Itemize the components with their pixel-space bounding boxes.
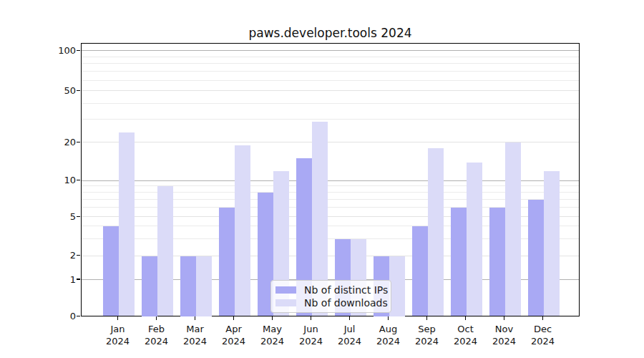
y-tick-label-20: 20 xyxy=(26,137,76,147)
gridline-y-30 xyxy=(82,119,579,120)
y-tick-10 xyxy=(77,180,80,181)
bar-distinct-ips-feb xyxy=(142,256,157,316)
bar-downloads-apr xyxy=(235,145,250,316)
y-tick-label-10: 10 xyxy=(26,175,76,185)
chart-title: paws.developer.tools 2024 xyxy=(81,26,580,40)
y-tick-1 xyxy=(77,279,80,280)
gridline-y-80 xyxy=(82,63,579,64)
y-tick-label-100: 100 xyxy=(26,46,76,55)
y-tick-label-50: 50 xyxy=(26,86,76,95)
y-tick-label-2: 2 xyxy=(26,251,76,260)
x-tick-label-dec: Dec 2024 xyxy=(520,323,566,347)
bar-downloads-jan xyxy=(119,132,135,316)
gridline-y-40 xyxy=(82,103,579,104)
figure: paws.developer.tools 2024 0125102050100J… xyxy=(0,0,644,358)
bar-distinct-ips-nov xyxy=(489,208,505,316)
x-tick-jul xyxy=(349,316,351,320)
y-tick-50 xyxy=(77,90,80,92)
x-tick-mar xyxy=(195,316,196,320)
gridline-y-50 xyxy=(82,90,579,91)
bar-downloads-sep xyxy=(428,148,444,316)
bar-downloads-feb xyxy=(157,186,173,316)
x-tick-sep xyxy=(426,316,428,320)
bar-downloads-dec xyxy=(544,171,560,316)
bar-distinct-ips-oct xyxy=(451,208,467,316)
bar-distinct-ips-mar xyxy=(180,256,196,316)
x-tick-oct xyxy=(465,316,467,320)
bar-distinct-ips-sep xyxy=(412,226,428,316)
x-tick-may xyxy=(272,316,273,320)
y-tick-20 xyxy=(77,142,80,143)
bar-downloads-nov xyxy=(505,142,521,316)
bar-distinct-ips-jan xyxy=(103,226,119,316)
legend-item-distinct-ips: Nb of distinct IPs xyxy=(275,284,385,296)
y-tick-label-1: 1 xyxy=(26,275,76,284)
x-tick-dec xyxy=(542,316,544,320)
gridline-y-60 xyxy=(82,80,579,81)
y-tick-label-5: 5 xyxy=(26,212,76,221)
bar-distinct-ips-dec xyxy=(528,200,544,316)
y-tick-5 xyxy=(77,216,80,218)
x-tick-feb xyxy=(156,316,157,320)
y-tick-2 xyxy=(77,255,80,256)
gridline-y-100 xyxy=(82,50,579,51)
gridline-y-90 xyxy=(82,57,579,57)
bar-distinct-ips-apr xyxy=(219,208,235,316)
y-tick-0 xyxy=(77,316,80,317)
x-tick-jun xyxy=(311,316,312,320)
bar-downloads-mar xyxy=(196,256,212,316)
gridline-y-70 xyxy=(82,71,579,72)
bar-downloads-oct xyxy=(467,163,482,316)
legend-swatch-distinct-ips xyxy=(275,286,296,294)
x-tick-jan xyxy=(117,316,119,320)
x-tick-aug xyxy=(388,316,389,320)
legend-label-downloads: Nb of downloads xyxy=(304,297,388,309)
legend-swatch-downloads xyxy=(275,299,296,306)
legend-item-downloads: Nb of downloads xyxy=(275,296,385,309)
x-tick-nov xyxy=(504,316,505,320)
y-tick-100 xyxy=(77,50,80,52)
y-tick-label-0: 0 xyxy=(26,311,76,321)
x-tick-apr xyxy=(233,316,235,320)
legend: Nb of distinct IPs Nb of downloads xyxy=(270,280,391,313)
legend-label-distinct-ips: Nb of distinct IPs xyxy=(304,284,388,296)
plot-area xyxy=(81,43,580,316)
